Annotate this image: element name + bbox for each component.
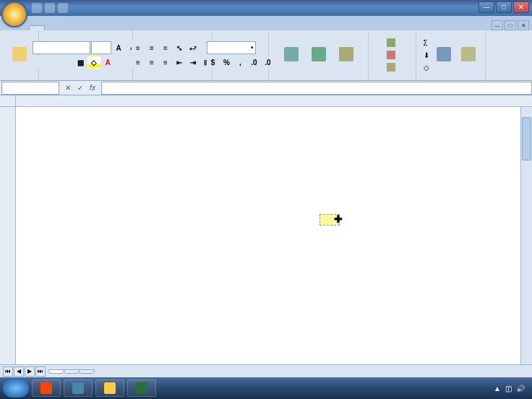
taskbar-app-excel[interactable] xyxy=(127,379,156,397)
group-label-number xyxy=(215,78,265,79)
taskbar-app-1[interactable] xyxy=(32,379,61,397)
conditional-icon xyxy=(284,47,299,61)
taskbar-app-3[interactable] xyxy=(95,379,124,397)
name-box[interactable] xyxy=(1,82,59,95)
comma-button[interactable]: , xyxy=(234,56,247,69)
increase-indent-button[interactable]: ⇥ xyxy=(186,56,200,69)
fill-icon: ⬇ xyxy=(424,51,429,59)
tray-volume-icon[interactable]: 🔊 xyxy=(516,385,525,392)
wrap-text-button[interactable]: ⮐ xyxy=(186,41,200,54)
ribbon-tabs: — □ ✕ xyxy=(0,16,532,30)
cancel-formula-button[interactable]: ✕ xyxy=(62,82,74,94)
sigma-icon: Σ xyxy=(424,39,428,47)
underline-button[interactable] xyxy=(60,56,73,69)
delete-cells-button[interactable] xyxy=(385,49,399,61)
excel-icon xyxy=(136,382,147,394)
last-sheet-button[interactable]: ⏭ xyxy=(35,366,46,377)
title-bar: — □ ✕ xyxy=(0,0,532,16)
clear-icon: ◇ xyxy=(424,64,429,72)
taskbar-app-2[interactable] xyxy=(64,379,93,397)
group-label-cells xyxy=(372,78,413,79)
align-middle-button[interactable]: ≡ xyxy=(145,41,158,54)
bold-button[interactable] xyxy=(33,56,46,69)
find-icon xyxy=(461,47,476,61)
save-icon[interactable] xyxy=(32,3,42,13)
fill-button[interactable]: ⬇ xyxy=(422,49,431,61)
doc-restore-button[interactable]: □ xyxy=(505,20,516,30)
minimize-button[interactable]: — xyxy=(479,1,494,13)
sheet-tab-3[interactable] xyxy=(79,369,95,374)
tray-flag-icon[interactable]: ▲ xyxy=(494,385,501,392)
close-button[interactable]: ✕ xyxy=(513,1,529,13)
decrease-indent-button[interactable]: ⇤ xyxy=(173,56,186,69)
clipboard-icon xyxy=(12,47,27,61)
windows-taskbar: ▲ ◫ 🔊 xyxy=(0,377,532,399)
doc-minimize-button[interactable]: — xyxy=(492,20,503,30)
quick-access-toolbar xyxy=(32,3,68,13)
font-size-input[interactable] xyxy=(91,41,111,54)
group-label-editing xyxy=(419,78,482,79)
format-cells-button[interactable] xyxy=(385,61,399,73)
group-label-font xyxy=(42,78,129,79)
tab-home[interactable] xyxy=(29,25,45,30)
clear-button[interactable]: ◇ xyxy=(422,61,431,73)
prev-sheet-button[interactable]: ◀ xyxy=(14,366,24,377)
enter-formula-button[interactable]: ✓ xyxy=(74,82,86,94)
grow-font-button[interactable]: A xyxy=(112,41,125,54)
doc-close-button[interactable]: ✕ xyxy=(518,20,529,30)
scroll-thumb[interactable] xyxy=(522,117,531,160)
system-tray: ▲ ◫ 🔊 xyxy=(494,385,529,392)
cell-styles-icon xyxy=(339,47,353,61)
orientation-button[interactable]: ⤡ xyxy=(173,41,186,54)
table-icon xyxy=(312,47,326,61)
align-top-button[interactable]: ≡ xyxy=(132,41,145,54)
align-bottom-button[interactable]: ≡ xyxy=(159,41,172,54)
font-color-button[interactable]: A xyxy=(101,56,114,69)
currency-button[interactable]: $ xyxy=(207,56,220,69)
office-button[interactable] xyxy=(1,1,27,27)
autosum-button[interactable]: Σ xyxy=(422,37,431,48)
sheet-tab-2[interactable] xyxy=(64,369,80,374)
next-sheet-button[interactable]: ▶ xyxy=(25,366,35,377)
group-label-clipboard xyxy=(3,78,35,79)
first-sheet-button[interactable]: ⏮ xyxy=(3,366,13,377)
sheet-tab-1[interactable] xyxy=(48,369,64,374)
horizontal-scrollbar[interactable] xyxy=(108,366,532,377)
format-icon xyxy=(387,63,395,72)
paste-button[interactable] xyxy=(7,36,33,74)
redo-icon[interactable] xyxy=(58,3,68,13)
align-left-button[interactable]: ≡ xyxy=(132,56,145,69)
app-icon xyxy=(104,382,116,394)
align-center-button[interactable]: ≡ xyxy=(145,56,158,69)
group-label-styles xyxy=(272,78,365,79)
formula-bar: ✕ ✓ fx xyxy=(0,81,532,95)
fx-button[interactable]: fx xyxy=(87,82,98,94)
increase-decimal-button[interactable]: .0 xyxy=(248,56,261,69)
italic-button[interactable] xyxy=(46,56,59,69)
select-all-corner[interactable] xyxy=(0,95,16,106)
start-button[interactable] xyxy=(3,379,29,398)
percent-button[interactable]: % xyxy=(220,56,233,69)
sheet-tab-bar: ⏮ ◀ ▶ ⏭ xyxy=(0,364,532,377)
border-button[interactable]: ▦ xyxy=(74,56,87,69)
insert-cells-button[interactable] xyxy=(385,37,399,48)
group-label-alignment xyxy=(136,78,209,79)
tray-network-icon[interactable]: ◫ xyxy=(505,385,512,392)
number-format-combo[interactable] xyxy=(207,41,256,54)
insert-icon xyxy=(387,38,395,47)
cell-styles-button[interactable] xyxy=(333,36,359,74)
worksheet-grid[interactable]: ✚ xyxy=(0,95,532,364)
maximize-button[interactable]: □ xyxy=(496,1,512,13)
font-name-input[interactable] xyxy=(33,41,90,54)
fill-color-button[interactable]: ◇ xyxy=(87,56,100,69)
formula-input[interactable] xyxy=(101,82,532,95)
format-as-table-button[interactable] xyxy=(306,36,332,74)
conditional-formatting-button[interactable] xyxy=(278,36,304,74)
delete-icon xyxy=(387,51,395,59)
sort-filter-button[interactable] xyxy=(432,36,455,74)
vertical-scrollbar[interactable] xyxy=(520,107,532,364)
app-icon xyxy=(72,382,84,394)
undo-icon[interactable] xyxy=(45,3,55,13)
align-right-button[interactable]: ≡ xyxy=(159,56,172,69)
find-select-button[interactable] xyxy=(457,36,480,74)
